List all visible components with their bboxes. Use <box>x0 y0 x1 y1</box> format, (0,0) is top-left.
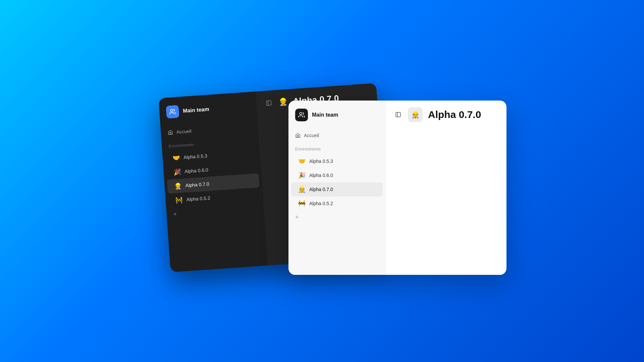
light-env-icon-alpha060: 🎉 <box>298 172 306 179</box>
light-topbar-env-icon: 👷 <box>411 111 420 119</box>
svg-point-2 <box>300 113 302 115</box>
dark-topbar-env-icon: 👷 <box>278 98 288 107</box>
svg-rect-3 <box>396 112 400 117</box>
light-env-icon-alpha052: 🚧 <box>298 200 306 207</box>
light-sidebar: Main team Accueil Environments 🤝 Alpha 0… <box>288 101 386 275</box>
light-add-button[interactable]: + <box>288 210 385 224</box>
light-nav-home[interactable]: Accueil <box>288 129 385 141</box>
dark-sidebar-toggle[interactable] <box>263 97 275 109</box>
light-env-icon-alpha070: 👷 <box>298 186 306 193</box>
light-env-item-alpha053[interactable]: 🤝 Alpha 0.5.3 <box>291 154 383 168</box>
dark-team-name: Main team <box>183 106 209 114</box>
dark-env-icon-alpha070: 👷 <box>174 182 182 190</box>
light-env-item-alpha052[interactable]: 🚧 Alpha 0.5.2 <box>291 196 383 210</box>
dark-env-label-alpha053: Alpha 0.5.3 <box>183 153 208 160</box>
dark-env-label-alpha070: Alpha 0.7.0 <box>185 181 209 188</box>
light-team-name: Main team <box>312 112 338 118</box>
dark-env-icon-alpha060: 🎉 <box>173 168 181 176</box>
light-topbar: 👷 Alpha 0.7.0 <box>392 107 481 122</box>
light-environments-label: Environments <box>288 141 385 154</box>
light-env-label-alpha052: Alpha 0.5.2 <box>309 201 333 206</box>
dark-env-icon-alpha052: 🚧 <box>175 196 183 204</box>
light-topbar-env-icon-btn[interactable]: 👷 <box>408 107 423 122</box>
light-topbar-title: Alpha 0.7.0 <box>428 109 481 120</box>
light-env-label-alpha070: Alpha 0.7.0 <box>309 187 333 192</box>
light-env-label-alpha053: Alpha 0.5.3 <box>309 159 333 164</box>
light-theme-card: Main team Accueil Environments 🤝 Alpha 0… <box>288 101 506 275</box>
scene: Main team Accueil Environments 🤝 Alpha 0… <box>138 80 506 282</box>
light-env-icon-alpha053: 🤝 <box>298 158 306 165</box>
light-env-item-alpha070[interactable]: 👷 Alpha 0.7.0 <box>291 182 383 196</box>
dark-nav-home-label: Accueil <box>176 128 192 135</box>
light-env-label-alpha060: Alpha 0.6.0 <box>309 173 333 178</box>
light-sidebar-toggle[interactable] <box>392 109 404 120</box>
svg-rect-1 <box>266 101 271 105</box>
svg-point-0 <box>170 109 173 112</box>
dark-sidebar: Main team Accueil Environments 🤝 Alpha 0… <box>159 92 268 272</box>
light-main-area: 👷 Alpha 0.7.0 <box>386 101 506 275</box>
light-env-item-alpha060[interactable]: 🎉 Alpha 0.6.0 <box>291 168 383 182</box>
dark-env-label-alpha052: Alpha 0.5.2 <box>186 195 210 202</box>
light-team-avatar <box>295 109 308 121</box>
dark-env-icon-alpha053: 🤝 <box>172 154 180 162</box>
light-nav-home-label: Accueil <box>304 133 319 138</box>
light-sidebar-header: Main team <box>288 109 385 129</box>
dark-env-label-alpha060: Alpha 0.6.0 <box>184 167 209 174</box>
dark-team-avatar <box>166 105 179 119</box>
